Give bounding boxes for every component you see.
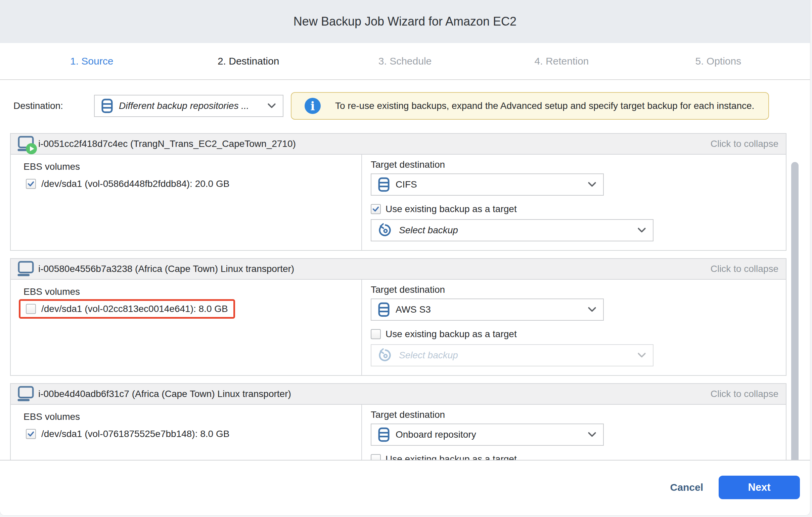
page-title: New Backup Job Wizard for Amazon EC2 — [293, 15, 517, 29]
info-banner-text: To re-use existing backups, expand the A… — [335, 101, 754, 111]
chevron-down-icon — [637, 352, 646, 358]
volume-label: /dev/sda1 (vol-0586d448fb2fddb84): 20.0 … — [41, 179, 229, 189]
target-destination-value: AWS S3 — [396, 304, 582, 315]
instance-2-header[interactable]: i-00580e4556b7a3238 (Africa (Cape Town) … — [11, 259, 786, 280]
collapse-hint[interactable]: Click to collapse — [710, 138, 778, 149]
instance-3-title: i-00be4d40adb6f31c7 (Africa (Cape Town) … — [38, 388, 291, 399]
info-icon: i — [304, 98, 321, 114]
use-existing-backup-label: Use existing backup as a target — [385, 204, 517, 215]
ebs-volumes-label: EBS volumes — [24, 161, 361, 172]
restore-point-icon — [378, 223, 393, 238]
next-button[interactable]: Next — [719, 475, 800, 499]
wizard-footer: Cancel Next — [0, 461, 810, 514]
use-existing-backup-row: Use existing backup as a target — [371, 204, 786, 215]
wizard-steps: 1. Source 2. Destination 3. Schedule 4. … — [0, 43, 810, 80]
collapse-hint[interactable]: Click to collapse — [710, 388, 778, 399]
info-banner: i To re-use existing backups, expand the… — [291, 92, 769, 120]
target-destination-label: Target destination — [371, 284, 786, 295]
use-existing-backup-checkbox[interactable] — [371, 454, 381, 461]
target-destination-label: Target destination — [371, 409, 786, 420]
instance-3-header[interactable]: i-00be4d40adb6f31c7 (Africa (Cape Town) … — [11, 384, 786, 405]
chevron-down-icon — [267, 103, 276, 109]
instance-3-body: EBS volumes /dev/sda1 (vol-0761875525e7b… — [11, 405, 786, 461]
repository-icon — [378, 427, 389, 442]
target-destination-label: Target destination — [371, 159, 786, 170]
instance-1-target-column: Target destination CIFS — [362, 155, 786, 250]
use-existing-backup-label: Use existing backup as a target — [385, 329, 517, 339]
instance-section-2: i-00580e4556b7a3238 (Africa (Cape Town) … — [10, 258, 786, 376]
restore-point-icon — [378, 348, 393, 363]
volume-checkbox[interactable] — [26, 304, 36, 314]
repository-icon — [102, 98, 113, 114]
step-options: 5. Options — [640, 55, 796, 67]
ec2-instance-icon — [18, 135, 34, 152]
destination-label: Destination: — [13, 101, 94, 111]
step-source[interactable]: 1. Source — [13, 55, 170, 67]
volume-checkbox[interactable] — [26, 429, 36, 439]
volume-checkbox[interactable] — [26, 179, 36, 189]
select-backup-value: Select backup — [399, 350, 631, 361]
use-existing-backup-checkbox[interactable] — [371, 329, 381, 339]
ec2-instance-icon — [18, 261, 34, 277]
use-existing-backup-checkbox[interactable] — [371, 204, 381, 214]
volume-row-highlighted: /dev/sda1 (vol-02cc813ec0014e641): 8.0 G… — [19, 299, 235, 319]
wizard-content: Destination: Different backup repositori… — [0, 80, 810, 461]
instance-1-body: EBS volumes /dev/sda1 (vol-0586d448fb2fd… — [11, 155, 786, 250]
backup-job-wizard-dialog: New Backup Job Wizard for Amazon EC2 1. … — [0, 0, 810, 515]
chevron-down-icon — [588, 182, 597, 188]
titlebar: New Backup Job Wizard for Amazon EC2 — [0, 0, 810, 43]
volume-label: /dev/sda1 (vol-0761875525e7bb148): 8.0 G… — [41, 429, 229, 439]
target-destination-dropdown[interactable]: Onboard repository — [371, 424, 604, 446]
cancel-button[interactable]: Cancel — [670, 482, 703, 493]
svg-text:i: i — [310, 99, 315, 113]
volume-row: /dev/sda1 (vol-0586d448fb2fddb84): 20.0 … — [19, 174, 236, 194]
select-backup-value: Select backup — [399, 225, 631, 236]
ebs-volumes-label: EBS volumes — [24, 411, 361, 422]
instance-section-1: i-0051cc2f418d7c4ec (TrangN_Trans_EC2_Ca… — [10, 133, 786, 251]
step-retention: 4. Retention — [483, 55, 640, 67]
instance-2-target-column: Target destination AWS S3 — [362, 280, 786, 375]
ec2-instance-icon — [18, 386, 34, 402]
collapse-hint[interactable]: Click to collapse — [710, 264, 778, 274]
instance-1-header[interactable]: i-0051cc2f418d7c4ec (TrangN_Trans_EC2_Ca… — [11, 134, 786, 155]
step-destination[interactable]: 2. Destination — [170, 55, 326, 67]
chevron-down-icon — [588, 306, 597, 312]
target-destination-value: CIFS — [396, 179, 582, 190]
instance-3-volumes-column: EBS volumes /dev/sda1 (vol-0761875525e7b… — [11, 405, 362, 461]
step-schedule: 3. Schedule — [327, 55, 483, 67]
instance-section-3: i-00be4d40adb6f31c7 (Africa (Cape Town) … — [10, 383, 786, 461]
instance-3-target-column: Target destination Onboard repository — [362, 405, 786, 461]
instance-2-body: EBS volumes /dev/sda1 (vol-02cc813ec0014… — [11, 280, 786, 375]
target-destination-dropdown[interactable]: CIFS — [371, 173, 604, 196]
scrollbar-thumb[interactable] — [791, 162, 799, 461]
destination-dropdown[interactable]: Different backup repositories ... — [94, 95, 284, 117]
instance-1-volumes-column: EBS volumes /dev/sda1 (vol-0586d448fb2fd… — [11, 155, 362, 250]
instance-2-volumes-column: EBS volumes /dev/sda1 (vol-02cc813ec0014… — [11, 280, 362, 375]
repository-icon — [378, 302, 389, 317]
destination-row: Destination: Different backup repositori… — [13, 92, 769, 120]
volume-label: /dev/sda1 (vol-02cc813ec0014e641): 8.0 G… — [41, 303, 228, 314]
use-existing-backup-row: Use existing backup as a target — [371, 454, 786, 461]
use-existing-backup-label: Use existing backup as a target — [385, 454, 517, 461]
use-existing-backup-row: Use existing backup as a target — [371, 329, 786, 339]
target-destination-dropdown[interactable]: AWS S3 — [371, 299, 604, 321]
chevron-down-icon — [588, 432, 597, 438]
select-backup-dropdown[interactable]: Select backup — [371, 219, 654, 241]
chevron-down-icon — [637, 227, 646, 233]
select-backup-dropdown-disabled: Select backup — [371, 344, 654, 366]
destination-dropdown-value: Different backup repositories ... — [119, 101, 261, 111]
volume-row: /dev/sda1 (vol-0761875525e7bb148): 8.0 G… — [19, 424, 236, 444]
instance-1-title: i-0051cc2f418d7c4ec (TrangN_Trans_EC2_Ca… — [38, 138, 296, 149]
vertical-scrollbar — [791, 162, 799, 461]
repository-icon — [378, 177, 389, 192]
ebs-volumes-label: EBS volumes — [24, 287, 361, 297]
target-destination-value: Onboard repository — [396, 429, 582, 440]
instance-2-title: i-00580e4556b7a3238 (Africa (Cape Town) … — [38, 264, 294, 274]
running-badge-icon — [26, 143, 37, 154]
